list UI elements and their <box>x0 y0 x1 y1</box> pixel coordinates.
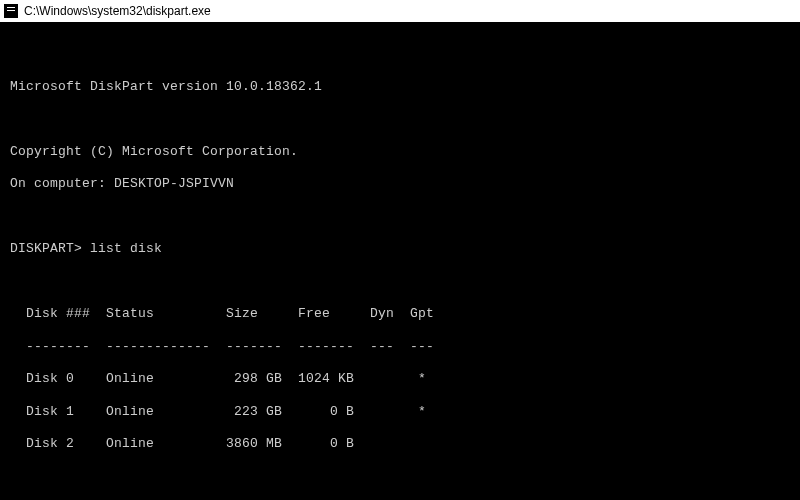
disk-table-divider: -------- ------------- ------- ------- -… <box>10 339 790 355</box>
table-row: Disk 2 Online 3860 MB 0 B <box>10 436 790 452</box>
console-icon <box>4 4 18 18</box>
prompt: DISKPART> <box>10 241 82 257</box>
computer-line: On computer: DESKTOP-JSPIVVN <box>10 176 790 192</box>
window-titlebar[interactable]: C:\Windows\system32\diskpart.exe <box>0 0 800 22</box>
window-title: C:\Windows\system32\diskpart.exe <box>24 4 211 18</box>
terminal-output[interactable]: Microsoft DiskPart version 10.0.18362.1 … <box>0 22 800 500</box>
command-list-disk: list disk <box>90 241 162 257</box>
prompt-line-list-disk: DISKPART> list disk <box>10 241 790 257</box>
copyright-line: Copyright (C) Microsoft Corporation. <box>10 144 790 160</box>
table-row: Disk 0 Online 298 GB 1024 KB * <box>10 371 790 387</box>
version-line: Microsoft DiskPart version 10.0.18362.1 <box>10 79 790 95</box>
disk-table-header: Disk ### Status Size Free Dyn Gpt <box>10 306 790 322</box>
table-row: Disk 1 Online 223 GB 0 B * <box>10 404 790 420</box>
